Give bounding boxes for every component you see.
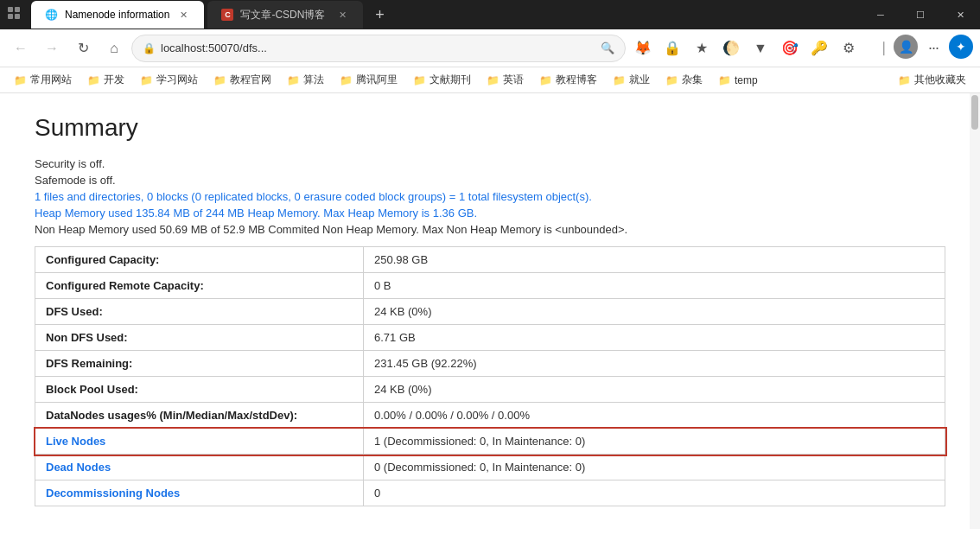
decommissioning-nodes-value: 0 (364, 480, 945, 506)
bookmarks-bar: 📁 常用网站 📁 开发 📁 学习网站 📁 教程官网 📁 算法 📁 腾讯阿里 📁 … (0, 67, 980, 93)
svg-rect-1 (15, 7, 20, 12)
bookmark-folder-icon: 📁 (14, 74, 27, 86)
row-value: 24 KB (0%) (364, 377, 945, 403)
bookmark-jiaochengboke[interactable]: 📁 教程博客 (532, 71, 604, 89)
profile-button[interactable]: 👤 (894, 35, 918, 59)
extensions-button[interactable]: 🦊 (629, 35, 657, 62)
bookmark-jiuye[interactable]: 📁 就业 (606, 71, 657, 89)
browser-icon5[interactable]: ▼ (747, 35, 774, 62)
bookmark-label: 杂集 (682, 73, 703, 87)
tab2-title: 写文章-CSDN博客 (240, 8, 328, 22)
bookmark-label: 文献期刊 (430, 73, 471, 87)
row-value: 6.71 GB (364, 325, 945, 351)
window-controls: ─ ☐ ✕ (861, 0, 980, 29)
minimize-button[interactable]: ─ (861, 0, 900, 29)
row-value: 0.00% / 0.00% / 0.00% / 0.00% (364, 403, 945, 429)
back-button[interactable]: ← (7, 35, 35, 62)
bookmark-folder-icon: 📁 (898, 74, 911, 86)
maximize-button[interactable]: ☐ (900, 0, 940, 29)
bookmark-wenxian[interactable]: 📁 文献期刊 (406, 71, 478, 89)
bookmark-jiaocheng[interactable]: 📁 教程官网 (207, 71, 278, 89)
new-tab-button[interactable]: + (366, 2, 392, 28)
non-heap-memory-info: Non Heap Memory used 50.69 MB of 52.9 MB… (35, 223, 945, 236)
dead-nodes-value: 0 (Decommissioned: 0, In Maintenance: 0) (364, 455, 945, 480)
bookmark-label: 学习网站 (156, 73, 198, 87)
bookmark-kaifa[interactable]: 📁 开发 (80, 71, 131, 89)
row-value: 0 B (364, 273, 945, 299)
row-label: Non DFS Used: (35, 325, 364, 351)
heap-memory-info: Heap Memory used 135.84 MB of 244 MB Hea… (35, 207, 945, 220)
dead-nodes-row: Dead Nodes 0 (Decommissioned: 0, In Main… (35, 455, 945, 480)
bookmark-changyon[interactable]: 📁 常用网站 (7, 71, 79, 89)
summary-table: Configured Capacity: 250.98 GB Configure… (35, 246, 945, 506)
refresh-button[interactable]: ↻ (69, 35, 97, 62)
bookmark-folder-icon: 📁 (665, 74, 678, 86)
scrollbar-track[interactable] (970, 93, 980, 529)
tab1-close-btn[interactable]: ✕ (176, 8, 190, 22)
browser-icon2[interactable]: 🔒 (659, 35, 686, 62)
tab1-favicon: 🌐 (45, 9, 58, 21)
row-label: DFS Remaining: (35, 351, 364, 377)
copilot-button[interactable]: ✦ (949, 35, 973, 59)
title-bar: 🌐 Namenode information ✕ C 写文章-CSDN博客 ✕ … (0, 0, 980, 29)
security-status: Security is off. (35, 157, 945, 170)
address-bar[interactable]: 🔒 localhost:50070/dfs... 🔍 (131, 35, 626, 62)
scrollbar-thumb[interactable] (971, 95, 978, 130)
live-nodes-link[interactable]: Live Nodes (46, 435, 105, 448)
browser-icon3[interactable]: ★ (688, 35, 716, 62)
bookmark-folder-icon: 📁 (413, 74, 426, 86)
bookmark-temp[interactable]: 📁 temp (711, 73, 765, 88)
split-window-button[interactable]: ⎹ (864, 35, 892, 62)
bookmark-yingyu[interactable]: 📁 英语 (480, 71, 531, 89)
table-row: DFS Used: 24 KB (0%) (35, 299, 945, 325)
table-row: Non DFS Used: 6.71 GB (35, 325, 945, 351)
more-options-button[interactable]: ··· (920, 35, 947, 62)
svg-rect-0 (8, 7, 13, 12)
tab2-close-btn[interactable]: ✕ (335, 8, 349, 22)
bookmark-label: 教程官网 (230, 73, 271, 87)
dead-nodes-label: Dead Nodes (35, 455, 364, 480)
nav-icons-right: 🦊 🔒 ★ 🌔 ▼ 🎯 🔑 ⚙ ⎹ 👤 ··· ✦ (629, 35, 973, 62)
browser-icon8[interactable]: ⚙ (835, 35, 862, 62)
bookmark-folder-icon: 📁 (213, 74, 226, 86)
search-icon: 🔍 (601, 41, 614, 54)
bookmark-label: 腾讯阿里 (356, 73, 398, 87)
home-button[interactable]: ⌂ (100, 35, 128, 62)
bookmark-label: 英语 (503, 73, 524, 87)
tab-tab2[interactable]: C 写文章-CSDN博客 ✕ (207, 1, 363, 29)
bookmark-label: 教程博客 (556, 73, 597, 87)
bookmark-suanfa[interactable]: 📁 算法 (280, 71, 331, 89)
tab-tab1[interactable]: 🌐 Namenode information ✕ (31, 1, 204, 29)
browser-icon7[interactable]: 🔑 (805, 35, 833, 62)
bookmark-label: 开发 (104, 73, 124, 87)
safemode-status: Safemode is off. (35, 174, 945, 187)
svg-rect-3 (15, 14, 20, 19)
table-row: Configured Remote Capacity: 0 B (35, 273, 945, 299)
svg-rect-2 (8, 14, 13, 19)
bookmark-xuexizhan[interactable]: 📁 学习网站 (133, 71, 205, 89)
row-label: DFS Used: (35, 299, 364, 325)
bookmark-folder-icon: 📁 (487, 74, 500, 86)
decommissioning-nodes-link[interactable]: Decommissioning Nodes (46, 487, 180, 500)
bookmark-folder-icon: 📁 (340, 74, 353, 86)
bookmark-other[interactable]: 📁 其他收藏夹 (891, 71, 973, 89)
browser-icon6[interactable]: 🎯 (776, 35, 804, 62)
row-label: Configured Capacity: (35, 247, 364, 273)
bookmark-label: 其他收藏夹 (914, 73, 966, 87)
decommissioning-nodes-label: Decommissioning Nodes (35, 480, 364, 506)
page-title: Summary (35, 114, 945, 142)
bookmark-zaji[interactable]: 📁 杂集 (659, 71, 710, 89)
live-nodes-label: Live Nodes (35, 429, 364, 455)
decommissioning-nodes-row: Decommissioning Nodes 0 (35, 480, 945, 506)
bookmark-label: 常用网站 (30, 73, 72, 87)
close-button[interactable]: ✕ (940, 0, 980, 29)
forward-button[interactable]: → (38, 35, 66, 62)
live-nodes-row: Live Nodes 1 (Decommissioned: 0, In Main… (35, 429, 945, 455)
dead-nodes-link[interactable]: Dead Nodes (46, 461, 111, 474)
bookmark-tengxun[interactable]: 📁 腾讯阿里 (333, 71, 404, 89)
browser-icon4[interactable]: 🌔 (717, 35, 745, 62)
bookmark-folder-icon: 📁 (140, 74, 153, 86)
row-label: DataNodes usages% (Min/Median/Max/stdDev… (35, 403, 364, 429)
row-label: Configured Remote Capacity: (35, 273, 364, 299)
tab1-title: Namenode information (65, 9, 169, 21)
